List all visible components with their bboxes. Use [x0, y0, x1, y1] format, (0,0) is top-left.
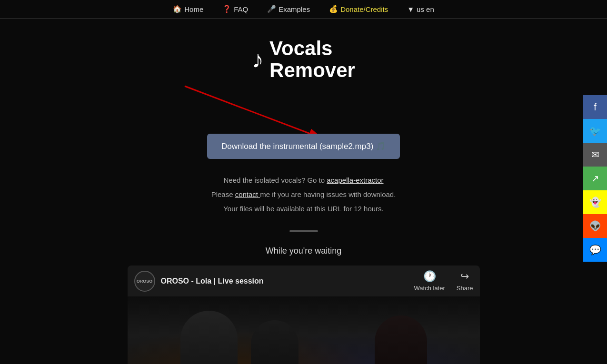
contact-info: Please contact me if you are having issu… — [211, 187, 396, 202]
contact-link[interactable]: contact — [235, 190, 260, 198]
person-silhouette-3 — [375, 315, 427, 364]
video-card: OROSO OROSO - Lola | Live session 🕐 Watc… — [128, 266, 480, 364]
app-title: Vocals Remover — [269, 38, 355, 81]
person-silhouette-1 — [180, 311, 238, 364]
download-button[interactable]: Download the instrumental (sample2.mp3) … — [207, 134, 400, 159]
mic-icon: 🎤 — [267, 5, 276, 13]
info-section: Need the isolated vocals? Go to acapella… — [211, 173, 396, 216]
share-icon: ↗ — [591, 173, 599, 184]
messenger-share-button[interactable]: 💬 — [583, 238, 607, 262]
facebook-share-button[interactable]: f — [583, 95, 607, 119]
main-content: ♪ Vocals Remover Download the instrument… — [0, 19, 607, 364]
svg-line-1 — [185, 86, 323, 138]
navigation: 🏠 Home ❓ FAQ 🎤 Examples 💰 Donate/Credits… — [0, 0, 607, 19]
app-logo: ♪ Vocals Remover — [252, 38, 355, 81]
email-share-button[interactable]: ✉ — [583, 143, 607, 167]
snapchat-share-button[interactable]: 👻 — [583, 190, 607, 214]
nav-donate[interactable]: 💰 Donate/Credits — [329, 5, 388, 13]
person-silhouette-2 — [251, 320, 299, 364]
video-thumbnail[interactable] — [128, 296, 480, 364]
share-icon: ↪ — [460, 270, 469, 283]
video-title: OROSO - Lola | Live session — [161, 277, 408, 285]
nav-language[interactable]: ▼ us en — [407, 5, 434, 13]
nav-examples[interactable]: 🎤 Examples — [267, 5, 310, 13]
faq-icon: ❓ — [222, 5, 231, 13]
clock-icon: 🕐 — [423, 270, 436, 283]
nav-home[interactable]: 🏠 Home — [173, 5, 203, 13]
thumbnail-scene — [128, 296, 480, 364]
music-note-icon: ♪ — [252, 46, 264, 73]
donate-icon: 💰 — [329, 5, 338, 13]
snapchat-icon: 👻 — [589, 197, 601, 208]
channel-avatar: OROSO — [134, 271, 155, 292]
vocals-info: Need the isolated vocals? Go to acapella… — [211, 173, 396, 187]
general-share-button[interactable]: ↗ — [583, 167, 607, 190]
nav-faq[interactable]: ❓ FAQ — [222, 5, 248, 13]
facebook-icon: f — [594, 102, 597, 113]
while-waiting-label: While you're waiting — [266, 246, 342, 256]
watch-later-button[interactable]: 🕐 Watch later — [414, 270, 445, 292]
acapella-extractor-link[interactable]: acapella-extractor — [327, 176, 383, 184]
twitter-icon: 🐦 — [589, 125, 601, 137]
files-availability: Your files will be available at this URL… — [211, 202, 396, 216]
reddit-share-button[interactable]: 👽 — [583, 214, 607, 238]
video-header: OROSO OROSO - Lola | Live session 🕐 Watc… — [128, 266, 480, 296]
chevron-down-icon: ▼ — [407, 5, 414, 13]
social-sidebar: f 🐦 ✉ ↗ 👻 👽 💬 — [583, 95, 607, 262]
email-icon: ✉ — [591, 149, 599, 160]
home-icon: 🏠 — [173, 5, 182, 13]
twitter-share-button[interactable]: 🐦 — [583, 119, 607, 143]
share-button[interactable]: ↪ Share — [457, 270, 473, 292]
reddit-icon: 👽 — [589, 220, 601, 232]
messenger-icon: 💬 — [589, 244, 601, 256]
video-actions: 🕐 Watch later ↪ Share — [414, 270, 473, 292]
section-divider — [289, 230, 318, 232]
